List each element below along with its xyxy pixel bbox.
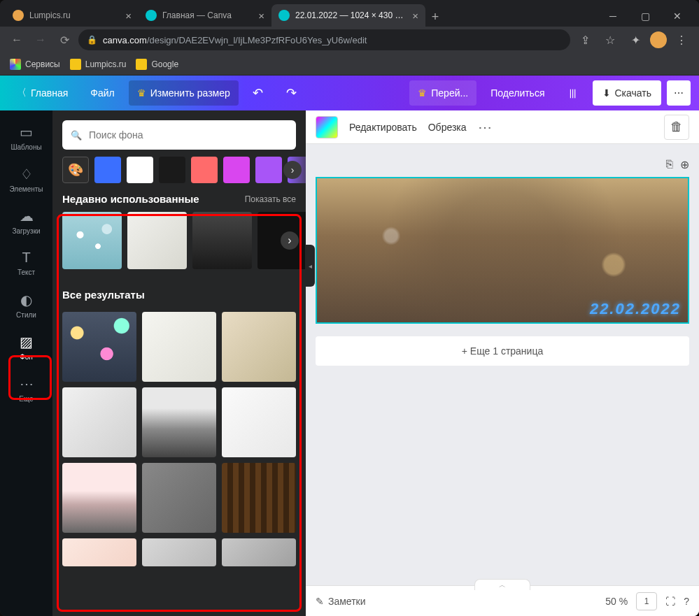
bg-thumbnail[interactable] bbox=[192, 212, 252, 269]
add-page-icon[interactable]: ⊕ bbox=[680, 158, 689, 171]
page-indicator[interactable]: 1 bbox=[636, 592, 657, 610]
delete-button[interactable]: 🗑 bbox=[664, 115, 689, 140]
nav-forward[interactable]: → bbox=[31, 30, 50, 50]
fullscreen-icon[interactable]: ⛶ bbox=[665, 596, 675, 607]
lock-icon: 🔒 bbox=[87, 35, 97, 45]
nav-back[interactable]: ← bbox=[7, 30, 27, 50]
profile-avatar[interactable] bbox=[650, 31, 667, 48]
bg-thumbnail[interactable] bbox=[222, 387, 296, 457]
more-options-button[interactable]: ⋯ bbox=[478, 119, 493, 136]
date-overlay-text: 22.02.2022 bbox=[590, 300, 681, 318]
bookmark-star-icon[interactable]: ☆ bbox=[600, 29, 621, 50]
folder-icon bbox=[136, 59, 147, 70]
elements-icon: ♢ bbox=[20, 166, 33, 182]
tab-close-icon[interactable]: × bbox=[412, 10, 418, 22]
menu-icon[interactable]: ⋮ bbox=[671, 29, 692, 50]
recent-section: Недавно использованные Показать все › bbox=[52, 183, 306, 279]
help-icon[interactable]: ? bbox=[684, 596, 689, 607]
section-title: Недавно использованные bbox=[62, 193, 199, 205]
nav-reload[interactable]: ⟳ bbox=[55, 30, 74, 50]
colors-next-button[interactable]: › bbox=[283, 161, 302, 179]
bg-thumbnail[interactable] bbox=[142, 463, 216, 533]
browser-tab-active[interactable]: 22.01.2022 — 1024 × 430 пикс × bbox=[271, 4, 425, 27]
edit-image-button[interactable]: Редактировать bbox=[349, 122, 417, 133]
bg-thumbnail[interactable] bbox=[222, 312, 296, 382]
extensions-icon[interactable]: ✦ bbox=[625, 29, 646, 50]
bookmark-item[interactable]: Google bbox=[136, 59, 178, 70]
upgrade-button[interactable]: ♛Перей... bbox=[409, 80, 476, 106]
color-swatch[interactable] bbox=[255, 157, 282, 183]
color-swatch[interactable] bbox=[191, 157, 218, 183]
browser-tab[interactable]: Lumpics.ru × bbox=[6, 4, 139, 27]
crown-icon: ♛ bbox=[418, 87, 427, 99]
download-button[interactable]: ⬇Скачать bbox=[593, 80, 662, 106]
address-bar[interactable]: 🔒 canva.com/design/DAE2EVwjn_l/IjLMe3Pzf… bbox=[78, 29, 570, 50]
rail-text[interactable]: TТекст bbox=[0, 242, 52, 284]
new-tab-button[interactable]: + bbox=[425, 7, 445, 27]
bg-thumbnail[interactable] bbox=[62, 212, 122, 269]
file-button[interactable]: Файл bbox=[82, 80, 122, 106]
color-swatch[interactable] bbox=[94, 157, 121, 183]
bookmark-item[interactable]: Lumpics.ru bbox=[70, 59, 127, 70]
bg-thumbnail[interactable] bbox=[142, 387, 216, 457]
crop-button[interactable]: Обрезка bbox=[428, 122, 467, 133]
browser-tabstrip: Lumpics.ru × Главная — Canva × 22.01.202… bbox=[0, 0, 699, 27]
bg-thumbnail[interactable] bbox=[62, 538, 136, 566]
more-button[interactable]: ⋯ bbox=[667, 80, 691, 106]
window-maximize[interactable]: ▢ bbox=[629, 6, 661, 27]
tab-close-icon[interactable]: × bbox=[125, 10, 132, 22]
bg-thumbnail[interactable] bbox=[62, 387, 136, 457]
share-button[interactable]: Поделиться bbox=[482, 80, 553, 106]
bg-thumbnail[interactable] bbox=[62, 312, 136, 382]
rail-uploads[interactable]: ☁Загрузки bbox=[0, 200, 52, 242]
color-swatch[interactable] bbox=[127, 157, 153, 183]
bg-thumbnail[interactable] bbox=[142, 312, 216, 382]
notes-button[interactable]: ✎Заметки bbox=[316, 596, 366, 607]
search-input[interactable] bbox=[89, 129, 288, 141]
bg-thumbnail[interactable] bbox=[222, 463, 296, 533]
bg-thumbnail[interactable] bbox=[142, 538, 216, 566]
canvas-viewport[interactable]: ⎘ ⊕ 22.02.2022 + Еще 1 страница bbox=[306, 144, 699, 585]
url-domain: canva.com bbox=[103, 35, 147, 45]
color-swatch[interactable] bbox=[159, 157, 185, 183]
canva-header: 〈Главная Файл ♛Изменить размер ↶ ↷ ♛Пере… bbox=[0, 76, 699, 110]
zoom-level[interactable]: 50 % bbox=[605, 596, 628, 607]
folder-icon bbox=[70, 59, 81, 70]
show-all-link[interactable]: Показать все bbox=[245, 194, 296, 204]
redo-button[interactable]: ↷ bbox=[278, 80, 306, 106]
expand-handle[interactable]: ︿ bbox=[474, 579, 530, 590]
design-canvas[interactable]: 22.02.2022 bbox=[316, 177, 689, 324]
rail-background[interactable]: ▨Фон bbox=[0, 326, 52, 368]
color-picker-button[interactable]: 🎨 bbox=[62, 157, 89, 183]
canvas-toolbar: Редактировать Обрезка ⋯ 🗑 bbox=[306, 110, 699, 144]
bg-thumbnail[interactable] bbox=[222, 538, 296, 566]
rail-more[interactable]: ⋯Еще bbox=[0, 368, 52, 410]
panel-collapse-handle[interactable]: ◂ bbox=[305, 245, 315, 287]
resize-button[interactable]: ♛Изменить размер bbox=[129, 80, 239, 106]
search-bar[interactable]: 🔍 bbox=[62, 120, 296, 150]
section-title: Все результаты bbox=[62, 289, 145, 301]
browser-tab[interactable]: Главная — Canva × bbox=[139, 4, 271, 27]
fill-color-button[interactable] bbox=[316, 116, 338, 138]
crown-icon: ♛ bbox=[137, 87, 146, 99]
thumbs-next-button[interactable]: › bbox=[281, 231, 299, 250]
bg-thumbnail[interactable] bbox=[62, 463, 136, 533]
undo-button[interactable]: ↶ bbox=[244, 80, 272, 106]
color-swatch[interactable] bbox=[223, 157, 250, 183]
left-rail: ▭Шаблоны ♢Элементы ☁Загрузки TТекст ◐Сти… bbox=[0, 110, 52, 616]
rail-templates[interactable]: ▭Шаблоны bbox=[0, 116, 52, 158]
duplicate-page-icon[interactable]: ⎘ bbox=[666, 158, 673, 171]
notes-icon: ✎ bbox=[316, 596, 324, 607]
rail-styles[interactable]: ◐Стили bbox=[0, 284, 52, 326]
analytics-icon[interactable]: ⫼ bbox=[559, 80, 587, 106]
bg-thumbnail[interactable] bbox=[127, 212, 187, 269]
bookmark-apps[interactable]: Сервисы bbox=[10, 59, 60, 70]
rail-elements[interactable]: ♢Элементы bbox=[0, 158, 52, 200]
window-close[interactable]: ✕ bbox=[661, 6, 693, 27]
cloud-icon: ☁ bbox=[20, 208, 34, 224]
add-page-button[interactable]: + Еще 1 страница bbox=[316, 336, 689, 366]
window-minimize[interactable]: ─ bbox=[597, 6, 629, 27]
home-button[interactable]: 〈Главная bbox=[8, 80, 76, 106]
share-icon[interactable]: ⇪ bbox=[574, 29, 595, 50]
tab-close-icon[interactable]: × bbox=[258, 10, 264, 22]
